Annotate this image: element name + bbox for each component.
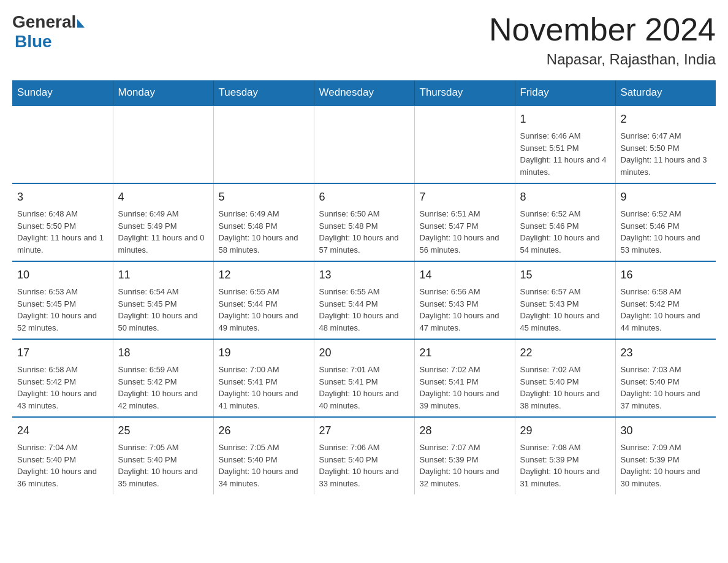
calendar-cell: 1Sunrise: 6:46 AMSunset: 5:51 PMDaylight… bbox=[515, 105, 615, 183]
day-info: Sunset: 5:40 PM bbox=[17, 454, 108, 466]
logo: General Blue bbox=[12, 12, 85, 52]
day-number: 28 bbox=[420, 423, 510, 439]
day-number: 21 bbox=[420, 345, 510, 361]
logo-general-text: General bbox=[12, 12, 76, 32]
day-info: Sunrise: 7:02 AM bbox=[520, 364, 610, 376]
day-info: Sunset: 5:43 PM bbox=[420, 298, 510, 310]
calendar-header: SundayMondayTuesdayWednesdayThursdayFrid… bbox=[12, 80, 716, 105]
title-block: November 2024 Napasar, Rajasthan, India bbox=[489, 12, 716, 68]
calendar-cell: 25Sunrise: 7:05 AMSunset: 5:40 PMDayligh… bbox=[113, 417, 213, 494]
day-info: Daylight: 10 hours and 48 minutes. bbox=[319, 310, 409, 334]
calendar-cell: 20Sunrise: 7:01 AMSunset: 5:41 PMDayligh… bbox=[314, 339, 414, 417]
day-number: 22 bbox=[520, 345, 610, 361]
calendar-cell bbox=[213, 105, 314, 183]
day-number: 25 bbox=[118, 423, 208, 439]
calendar-cell: 23Sunrise: 7:03 AMSunset: 5:40 PMDayligh… bbox=[615, 339, 716, 417]
day-info: Sunset: 5:44 PM bbox=[219, 298, 309, 310]
day-number: 16 bbox=[621, 267, 711, 283]
calendar-cell: 3Sunrise: 6:48 AMSunset: 5:50 PMDaylight… bbox=[12, 183, 113, 261]
day-info: Daylight: 10 hours and 56 minutes. bbox=[420, 232, 510, 256]
day-info: Sunset: 5:39 PM bbox=[621, 454, 711, 466]
day-info: Sunset: 5:41 PM bbox=[420, 376, 510, 388]
week-row-4: 17Sunrise: 6:58 AMSunset: 5:42 PMDayligh… bbox=[12, 339, 716, 417]
day-info: Sunrise: 6:52 AM bbox=[621, 208, 711, 220]
day-info: Daylight: 10 hours and 57 minutes. bbox=[319, 232, 409, 256]
day-info: Daylight: 10 hours and 34 minutes. bbox=[219, 465, 309, 489]
day-info: Sunset: 5:46 PM bbox=[621, 220, 711, 232]
day-info: Sunset: 5:40 PM bbox=[621, 376, 711, 388]
day-info: Sunrise: 6:49 AM bbox=[219, 208, 309, 220]
calendar-cell bbox=[113, 105, 213, 183]
day-number: 13 bbox=[319, 267, 409, 283]
day-number: 12 bbox=[219, 267, 309, 283]
location-title: Napasar, Rajasthan, India bbox=[489, 51, 716, 68]
calendar-cell: 22Sunrise: 7:02 AMSunset: 5:40 PMDayligh… bbox=[515, 339, 615, 417]
day-info: Sunset: 5:48 PM bbox=[219, 220, 309, 232]
day-number: 15 bbox=[520, 267, 610, 283]
days-of-week-row: SundayMondayTuesdayWednesdayThursdayFrid… bbox=[12, 80, 716, 105]
day-info: Daylight: 11 hours and 3 minutes. bbox=[621, 154, 711, 178]
day-info: Sunrise: 6:58 AM bbox=[17, 364, 108, 376]
calendar-cell: 13Sunrise: 6:55 AMSunset: 5:44 PMDayligh… bbox=[314, 261, 414, 339]
day-info: Daylight: 10 hours and 32 minutes. bbox=[420, 465, 510, 489]
day-info: Daylight: 10 hours and 33 minutes. bbox=[319, 465, 409, 489]
day-of-week-saturday: Saturday bbox=[615, 80, 716, 105]
day-number: 19 bbox=[219, 345, 309, 361]
day-number: 9 bbox=[621, 189, 711, 205]
day-info: Sunset: 5:50 PM bbox=[17, 220, 108, 232]
day-info: Sunset: 5:40 PM bbox=[118, 454, 208, 466]
day-number: 27 bbox=[319, 423, 409, 439]
page-header: General Blue November 2024 Napasar, Raja… bbox=[12, 12, 716, 68]
day-info: Daylight: 10 hours and 45 minutes. bbox=[520, 310, 610, 334]
day-info: Sunrise: 6:52 AM bbox=[520, 208, 610, 220]
day-info: Sunrise: 7:03 AM bbox=[621, 364, 711, 376]
calendar-cell: 4Sunrise: 6:49 AMSunset: 5:49 PMDaylight… bbox=[113, 183, 213, 261]
day-info: Sunrise: 6:53 AM bbox=[17, 286, 108, 298]
calendar-cell: 14Sunrise: 6:56 AMSunset: 5:43 PMDayligh… bbox=[414, 261, 515, 339]
calendar-cell: 8Sunrise: 6:52 AMSunset: 5:46 PMDaylight… bbox=[515, 183, 615, 261]
day-number: 4 bbox=[118, 189, 208, 205]
calendar-cell: 2Sunrise: 6:47 AMSunset: 5:50 PMDaylight… bbox=[615, 105, 716, 183]
day-info: Sunrise: 7:07 AM bbox=[420, 442, 510, 454]
day-of-week-friday: Friday bbox=[515, 80, 615, 105]
calendar-cell: 15Sunrise: 6:57 AMSunset: 5:43 PMDayligh… bbox=[515, 261, 615, 339]
day-number: 5 bbox=[219, 189, 309, 205]
calendar-cell: 11Sunrise: 6:54 AMSunset: 5:45 PMDayligh… bbox=[113, 261, 213, 339]
day-of-week-sunday: Sunday bbox=[12, 80, 113, 105]
day-number: 11 bbox=[118, 267, 208, 283]
day-info: Daylight: 11 hours and 1 minute. bbox=[17, 232, 108, 256]
calendar-cell: 17Sunrise: 6:58 AMSunset: 5:42 PMDayligh… bbox=[12, 339, 113, 417]
day-info: Sunrise: 6:47 AM bbox=[621, 130, 711, 142]
day-number: 14 bbox=[420, 267, 510, 283]
day-of-week-wednesday: Wednesday bbox=[314, 80, 414, 105]
day-info: Daylight: 11 hours and 0 minutes. bbox=[118, 232, 208, 256]
day-number: 29 bbox=[520, 423, 610, 439]
calendar-cell: 10Sunrise: 6:53 AMSunset: 5:45 PMDayligh… bbox=[12, 261, 113, 339]
day-info: Sunrise: 7:05 AM bbox=[118, 442, 208, 454]
day-info: Daylight: 10 hours and 53 minutes. bbox=[621, 232, 711, 256]
day-info: Sunset: 5:46 PM bbox=[520, 220, 610, 232]
day-number: 3 bbox=[17, 189, 108, 205]
day-info: Sunrise: 7:02 AM bbox=[420, 364, 510, 376]
day-info: Sunrise: 6:57 AM bbox=[520, 286, 610, 298]
week-row-5: 24Sunrise: 7:04 AMSunset: 5:40 PMDayligh… bbox=[12, 417, 716, 494]
day-info: Sunrise: 6:55 AM bbox=[219, 286, 309, 298]
day-info: Sunrise: 6:46 AM bbox=[520, 130, 610, 142]
calendar-cell: 18Sunrise: 6:59 AMSunset: 5:42 PMDayligh… bbox=[113, 339, 213, 417]
day-info: Daylight: 10 hours and 58 minutes. bbox=[219, 232, 309, 256]
day-info: Daylight: 11 hours and 4 minutes. bbox=[520, 154, 610, 178]
day-info: Sunrise: 7:06 AM bbox=[319, 442, 409, 454]
day-number: 20 bbox=[319, 345, 409, 361]
day-info: Sunrise: 7:00 AM bbox=[219, 364, 309, 376]
day-info: Daylight: 10 hours and 31 minutes. bbox=[520, 465, 610, 489]
day-info: Sunset: 5:51 PM bbox=[520, 142, 610, 155]
logo-arrow-icon bbox=[77, 19, 85, 28]
calendar-cell: 6Sunrise: 6:50 AMSunset: 5:48 PMDaylight… bbox=[314, 183, 414, 261]
day-info: Sunset: 5:42 PM bbox=[118, 376, 208, 388]
calendar-cell: 16Sunrise: 6:58 AMSunset: 5:42 PMDayligh… bbox=[615, 261, 716, 339]
week-row-2: 3Sunrise: 6:48 AMSunset: 5:50 PMDaylight… bbox=[12, 183, 716, 261]
day-info: Sunrise: 6:51 AM bbox=[420, 208, 510, 220]
day-info: Sunrise: 7:08 AM bbox=[520, 442, 610, 454]
day-number: 7 bbox=[420, 189, 510, 205]
calendar-cell: 30Sunrise: 7:09 AMSunset: 5:39 PMDayligh… bbox=[615, 417, 716, 494]
